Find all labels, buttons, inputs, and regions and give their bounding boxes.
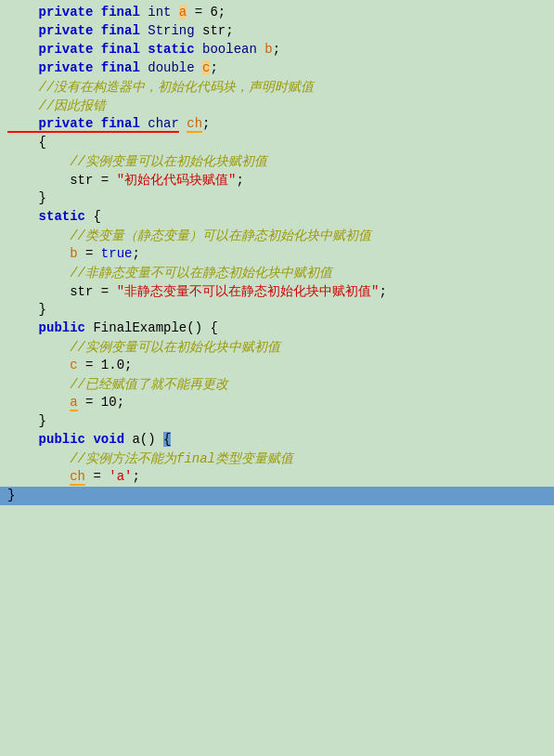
code-line: } [0, 487, 554, 505]
code-line: str = "非静态变量不可以在静态初始化块中赋初值"; [0, 282, 554, 301]
code-line: } [0, 412, 554, 431]
token: public [7, 320, 93, 335]
code-line: } [0, 301, 554, 319]
token: private final [7, 116, 148, 133]
token: } [7, 302, 46, 317]
token: = 10; [78, 395, 124, 410]
code-line: c = 1.0; [0, 357, 554, 375]
token: = 6; [187, 5, 225, 20]
token: private final static [7, 42, 202, 57]
token: 'a' [109, 469, 132, 484]
token: a [132, 432, 139, 447]
code-line: static { [0, 208, 554, 227]
line-content: //实例变量可以在初始化块中赋初值 [7, 339, 280, 356]
code-line: //非静态变量不可以在静态初始化块中赋初值 [0, 264, 554, 282]
code-line: //没有在构造器中，初始化代码块，声明时赋值 [0, 78, 554, 97]
token: //类变量（静态变量）可以在静态初始化块中赋初值 [7, 228, 371, 243]
token: "初始化代码块赋值" [117, 173, 237, 188]
line-content: //实例变量可以在初始化块赋初值 [7, 153, 267, 170]
line-content: } [7, 413, 46, 428]
line-content: } [7, 302, 46, 317]
line-content: str = "初始化代码块赋值"; [7, 172, 244, 189]
token [171, 5, 178, 20]
token: //因此报错 [7, 98, 106, 113]
token [7, 395, 70, 410]
token [179, 116, 187, 131]
line-content: //没有在构造器中，初始化代码块，声明时赋值 [7, 79, 314, 96]
code-line: str = "初始化代码块赋值"; [0, 171, 554, 189]
token: = 1.0; [78, 358, 133, 372]
token: private final [7, 5, 148, 20]
line-content: ch = 'a'; [7, 469, 140, 484]
token: ; [132, 246, 139, 261]
code-line: b = true; [0, 245, 554, 264]
code-editor: private final int a = 6; private final S… [0, 0, 554, 756]
line-content: b = true; [7, 246, 140, 261]
token: static [7, 209, 93, 224]
token [195, 60, 202, 75]
token: } [7, 190, 46, 205]
token: { [93, 209, 100, 224]
line-content: } [7, 488, 15, 502]
line-content: a = 10; [7, 395, 124, 410]
line-content: private final char ch; [7, 116, 210, 131]
line-content: //实例方法不能为final类型变量赋值 [7, 450, 293, 467]
token: ch [70, 469, 85, 486]
token: c [70, 358, 77, 372]
token: b [70, 246, 77, 261]
token: a [70, 395, 77, 411]
line-content: public void a() { [7, 432, 171, 447]
code-line: public void a() { [0, 431, 554, 450]
code-line: //实例方法不能为final类型变量赋值 [0, 450, 554, 468]
token: char [148, 116, 179, 133]
token: ; [379, 284, 386, 299]
code-line: private final char ch; [0, 115, 554, 134]
line-content: //类变量（静态变量）可以在静态初始化块中赋初值 [7, 228, 371, 244]
token: void [93, 432, 132, 447]
token: () [140, 432, 163, 447]
code-line: ch = 'a'; [0, 468, 554, 487]
token: ch [187, 116, 202, 133]
line-content: private final String str; [7, 23, 234, 38]
token [257, 42, 264, 57]
code-line: //类变量（静态变量）可以在静态初始化块中赋初值 [0, 227, 554, 245]
token: public [7, 432, 93, 447]
token: str = [7, 284, 117, 299]
token: double [148, 60, 194, 75]
line-content: //已经赋值了就不能再更改 [7, 376, 228, 393]
line-content: } [7, 190, 46, 205]
code-line: //因此报错 [0, 97, 554, 115]
code-line: //实例变量可以在初始化块中赋初值 [0, 338, 554, 357]
token: = [78, 246, 101, 261]
token: b [264, 42, 272, 57]
code-line: { [0, 134, 554, 152]
line-content: static { [7, 209, 101, 224]
token: //实例变量可以在初始化块中赋初值 [7, 340, 280, 355]
token: } [7, 488, 15, 502]
code-line: private final int a = 6; [0, 4, 554, 22]
code-line: } [0, 189, 554, 208]
token: String [148, 23, 194, 38]
token: str = [7, 173, 117, 188]
token: private final [7, 23, 148, 38]
line-content: private final int a = 6; [7, 5, 225, 20]
token [7, 246, 70, 261]
line-content: private final double c; [7, 60, 218, 75]
token: a [179, 5, 187, 20]
code-line: public FinalExample() { [0, 319, 554, 338]
code-line: private final String str; [0, 22, 554, 41]
token: { [7, 135, 46, 150]
code-line: a = 10; [0, 394, 554, 412]
token: boolean [202, 42, 257, 57]
token: //实例方法不能为final类型变量赋值 [7, 451, 293, 466]
line-content: private final static boolean b; [7, 42, 280, 57]
token: "非静态变量不可以在静态初始化块中赋初值" [117, 284, 380, 299]
token: //没有在构造器中，初始化代码块，声明时赋值 [7, 80, 314, 95]
token: ; [132, 469, 139, 484]
code-line: private final static boolean b; [0, 41, 554, 59]
token: //实例变量可以在初始化块赋初值 [7, 154, 267, 169]
line-content: public FinalExample() { [7, 320, 218, 335]
code-line: //实例变量可以在初始化块赋初值 [0, 152, 554, 171]
token: } [7, 413, 46, 428]
token: FinalExample [93, 320, 187, 335]
